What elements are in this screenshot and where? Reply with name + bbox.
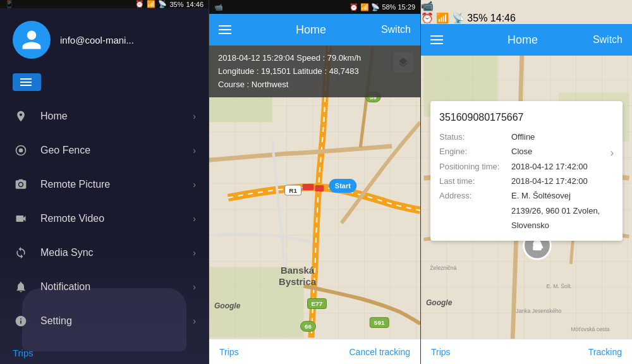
- home-chevron: ›: [193, 111, 196, 121]
- tracking-link[interactable]: Tracking: [588, 347, 622, 357]
- battery-text-1: 35%: [169, 1, 183, 8]
- time-3: 14:46: [490, 13, 516, 23]
- header-switch-3[interactable]: Switch: [593, 34, 623, 46]
- geofence-icon: [13, 142, 29, 159]
- notification-chevron: ›: [193, 282, 196, 292]
- sidebar-item-remotevideo[interactable]: Remote Video ›: [0, 202, 209, 236]
- sidebar-nav: Home › Geo Fence › Remote Picture › Remo…: [0, 96, 209, 341]
- sidebar-item-mediasync[interactable]: Media Sync ›: [0, 236, 209, 270]
- vehicle-id: 351609080175667: [439, 109, 614, 127]
- engine-chevron-icon: ›: [611, 144, 614, 162]
- google-logo-2: Google: [214, 301, 240, 310]
- svg-text:Bystrica: Bystrica: [279, 276, 317, 287]
- address-label: Address:: [439, 188, 509, 203]
- vehicle-engine-row[interactable]: Engine: Close ›: [439, 144, 614, 159]
- svg-text:Banská: Banská: [281, 265, 315, 276]
- tracking-footer: Trips Tracking: [421, 339, 632, 364]
- alarm-icon-2: ⏰: [349, 3, 358, 11]
- status-bar-3: 📹 ⏰ 📶 📡 35% 14:46: [421, 0, 632, 24]
- geofence-label: Geo Fence: [40, 145, 193, 156]
- time-2: 15:29: [398, 3, 415, 11]
- profile-email: info@cool-mani...: [60, 35, 134, 46]
- hamburger-icon: [20, 78, 32, 86]
- user-icon: [20, 28, 43, 51]
- cancel-tracking-link[interactable]: Cancel tracking: [349, 347, 411, 357]
- home-label: Home: [40, 111, 193, 122]
- svg-rect-16: [315, 185, 324, 191]
- header-title-3: Home: [453, 33, 593, 47]
- status-icons-1: ⏰ 📶 📡 35% 14:46: [135, 0, 204, 8]
- battery-text-3: 35%: [467, 13, 487, 23]
- signal-icon: 📡: [158, 0, 167, 8]
- status-icons-2: ⏰ 📶 📡 58% 15:29: [349, 3, 415, 11]
- sidebar-panel: 📱 ⏰ 📶 📡 35% 14:46 info@cool-mani...: [0, 0, 209, 364]
- sidebar-menu-block[interactable]: [13, 73, 41, 91]
- svg-text:E. M. Šolt.: E. M. Šolt.: [547, 283, 572, 289]
- status-value: Offline: [511, 130, 535, 144]
- hamburger-menu-3[interactable]: [430, 35, 443, 44]
- engine-value: Close: [511, 144, 532, 159]
- status-bar-1: 📱 ⏰ 📶 📡 35% 14:46: [0, 0, 209, 8]
- status-bar-2: 📹 ⏰ 📶 📡 58% 15:29: [209, 0, 420, 14]
- sidebar-trips-link[interactable]: Trips: [13, 348, 33, 358]
- signal-icon-2: 📡: [371, 3, 380, 11]
- svg-rect-15: [303, 184, 314, 190]
- svg-text:591: 591: [374, 319, 385, 326]
- sidebar-item-home[interactable]: Home ›: [0, 99, 209, 133]
- remotepicture-chevron: ›: [193, 179, 196, 190]
- sidebar-item-setting[interactable]: Setting ›: [0, 304, 209, 338]
- address-value: E. M. Šoltésovej 2139/26, 960 01 Zvolen,…: [511, 188, 614, 233]
- svg-text:E77: E77: [312, 300, 323, 307]
- header-switch-2[interactable]: Switch: [381, 24, 411, 35]
- map-panel: 📹 ⏰ 📶 📡 58% 15:29 Home Switch: [209, 0, 420, 364]
- hamburger-menu-2[interactable]: [219, 25, 231, 34]
- header-title-2: Home: [241, 23, 381, 37]
- sidebar-profile: info@cool-mani...: [0, 8, 209, 68]
- trips-link-3[interactable]: Trips: [431, 347, 451, 357]
- vehicle-address-row: Address: E. M. Šoltésovej 2139/26, 960 0…: [439, 188, 614, 233]
- google-logo-3: Google: [426, 298, 452, 307]
- avatar: [13, 21, 51, 59]
- trip-line1: 2018-04-12 15:29:04 Speed : 79.0km/h: [218, 52, 411, 65]
- app-header-2: Home Switch: [209, 14, 420, 46]
- svg-text:Móťovská cesta: Móťovská cesta: [571, 326, 610, 332]
- status-icons-3: ⏰ 📶 📡 35% 14:46: [421, 12, 632, 24]
- svg-text:R1: R1: [289, 187, 297, 194]
- remotepicture-label: Remote Picture: [40, 179, 193, 190]
- engine-label: Engine:: [439, 144, 509, 159]
- vehicle-positioning-row: Positioning time: 2018-04-12 17:42:00: [439, 159, 614, 174]
- trip-info-overlay: 2018-04-12 15:29:04 Speed : 79.0km/h Lon…: [209, 46, 420, 97]
- svg-point-32: [540, 250, 543, 253]
- trips-link-2[interactable]: Trips: [219, 347, 239, 357]
- notification-icon: [13, 279, 29, 295]
- positioning-value: 2018-04-12 17:42:00: [511, 159, 588, 174]
- setting-chevron: ›: [193, 316, 196, 326]
- app-header-3: Home Switch: [421, 24, 632, 56]
- remotevideo-label: Remote Video: [40, 213, 193, 224]
- status-device-icon: 📱: [5, 0, 14, 8]
- svg-text:66: 66: [305, 323, 312, 330]
- trip-line3: Course : Northwest: [218, 78, 411, 92]
- svg-text:Start: Start: [335, 182, 351, 190]
- home-icon: [13, 108, 29, 124]
- vehicle-status-row: Status: Offline: [439, 130, 614, 144]
- info-icon: [13, 313, 29, 329]
- svg-text:Železničná: Železničná: [430, 265, 456, 271]
- setting-label: Setting: [40, 315, 193, 327]
- vehicle-info-card: 351609080175667 Status: Offline Engine: …: [430, 101, 623, 241]
- sidebar-item-geofence[interactable]: Geo Fence ›: [0, 133, 209, 167]
- status-label: Status:: [439, 130, 509, 144]
- svg-text:Janka Jesenského: Janka Jesenského: [516, 308, 561, 314]
- vehicle-lasttime-row: Last time: 2018-04-12 17:42:00: [439, 174, 614, 188]
- wifi-icon-2: 📶: [360, 3, 369, 11]
- tracking-map-area[interactable]: 5. mája nácká cesta J. Kučinky Železničn…: [421, 56, 632, 339]
- alarm-icon-3: ⏰: [421, 13, 434, 23]
- time-1: 14:46: [186, 1, 204, 8]
- svg-point-31: [533, 250, 535, 253]
- sidebar-item-notification[interactable]: Notification ›: [0, 270, 209, 304]
- sidebar-item-remotepicture[interactable]: Remote Picture ›: [0, 167, 209, 202]
- map-footer-2: Trips Cancel tracking: [209, 339, 420, 364]
- mediasync-chevron: ›: [193, 248, 196, 258]
- status-device-icon-3: 📹: [421, 1, 434, 11]
- geofence-chevron: ›: [193, 145, 196, 155]
